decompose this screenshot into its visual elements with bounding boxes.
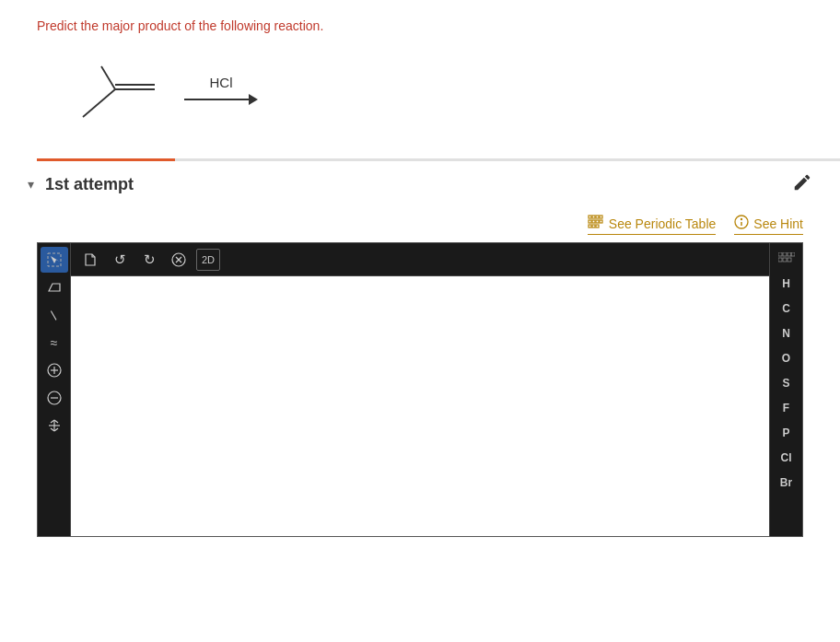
clear-btn[interactable] <box>167 249 191 271</box>
arrow-head <box>249 94 258 105</box>
zoom-out-btn[interactable] <box>41 385 68 411</box>
element-Cl[interactable]: Cl <box>773 446 800 470</box>
2d-label: 2D <box>202 254 215 265</box>
element-grid-icon[interactable] <box>773 247 800 269</box>
attempt-left: ▾ 1st attempt <box>28 175 134 194</box>
collapse-chevron[interactable]: ▾ <box>28 177 34 192</box>
new-file-btn[interactable] <box>78 249 102 271</box>
erase-tool-btn[interactable] <box>41 274 68 300</box>
svg-rect-33 <box>778 252 782 256</box>
svg-rect-7 <box>600 216 602 218</box>
element-P[interactable]: P <box>773 421 800 445</box>
editor-container: / ≈ <box>37 242 803 537</box>
svg-rect-36 <box>791 252 795 256</box>
arrow-shaft <box>184 99 249 100</box>
select-tool-btn[interactable] <box>41 247 68 273</box>
svg-rect-9 <box>592 220 595 223</box>
redo-btn[interactable]: ↻ <box>137 249 161 271</box>
draw-tool-btn[interactable]: / <box>41 302 68 328</box>
element-S[interactable]: S <box>773 371 800 395</box>
element-H[interactable]: H <box>773 272 800 296</box>
periodic-table-label: See Periodic Table <box>609 216 716 231</box>
svg-rect-35 <box>788 252 791 256</box>
fit-btn[interactable] <box>41 413 68 438</box>
svg-rect-10 <box>596 220 599 223</box>
svg-point-16 <box>741 218 742 220</box>
svg-rect-13 <box>592 225 595 228</box>
left-toolbar: / ≈ <box>38 243 71 536</box>
chain-tool-btn[interactable]: ≈ <box>41 330 68 356</box>
svg-rect-4 <box>589 216 591 218</box>
element-Br[interactable]: Br <box>773 471 800 495</box>
svg-line-1 <box>101 66 115 89</box>
tools-row: See Periodic Table See Hint <box>0 207 840 242</box>
hint-icon <box>734 215 749 233</box>
svg-rect-14 <box>596 225 599 228</box>
svg-rect-34 <box>783 252 787 256</box>
right-element-panel: H C N O S F P Cl Br <box>769 243 802 536</box>
attempt-label: 1st attempt <box>45 175 134 194</box>
periodic-table-link[interactable]: See Periodic Table <box>588 215 716 235</box>
hint-label: See Hint <box>753 216 803 231</box>
zoom-in-btn[interactable] <box>41 357 68 383</box>
reagent-label: HCl <box>210 75 233 90</box>
question-text: Predict the major product of the followi… <box>37 18 803 33</box>
svg-rect-6 <box>596 216 599 218</box>
2d-mode-btn[interactable]: 2D <box>196 249 220 271</box>
svg-rect-8 <box>589 220 591 223</box>
svg-rect-12 <box>589 225 591 228</box>
molecule-structure <box>55 48 175 131</box>
drawing-canvas[interactable] <box>71 276 769 536</box>
svg-rect-11 <box>600 220 602 223</box>
attempt-actions <box>792 172 812 196</box>
reagent-arrow: HCl <box>184 75 258 105</box>
reaction-container: HCl <box>37 48 803 131</box>
svg-line-0 <box>83 89 115 117</box>
element-N[interactable]: N <box>773 321 800 345</box>
periodic-table-icon <box>588 215 604 233</box>
editor-wrapper: / ≈ <box>37 242 803 537</box>
arrow-line <box>184 94 258 105</box>
pencil-icon[interactable] <box>792 172 812 193</box>
attempt-header: ▾ 1st attempt <box>0 161 840 207</box>
undo-btn[interactable]: ↺ <box>108 249 132 271</box>
top-toolbar: ↺ ↻ 2D <box>71 243 769 276</box>
element-C[interactable]: C <box>773 297 800 321</box>
question-area: Predict the major product of the followi… <box>0 0 840 158</box>
hint-link[interactable]: See Hint <box>734 215 803 235</box>
svg-rect-37 <box>778 258 782 262</box>
element-O[interactable]: O <box>773 346 800 370</box>
svg-rect-39 <box>788 258 791 262</box>
svg-rect-5 <box>592 216 595 218</box>
element-F[interactable]: F <box>773 396 800 420</box>
svg-rect-38 <box>783 258 787 262</box>
